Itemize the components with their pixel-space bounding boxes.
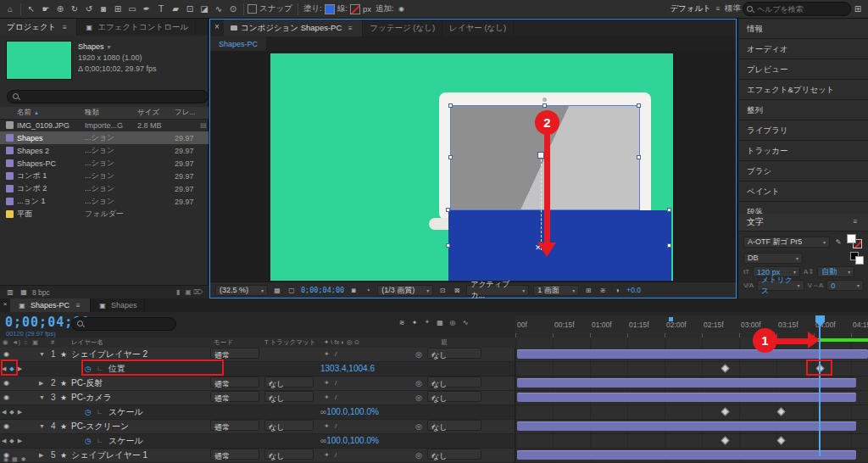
character-panel-header[interactable]: 文字 ≡ <box>738 214 868 232</box>
project-search[interactable] <box>7 90 209 103</box>
parent-select[interactable]: なし▾ <box>427 377 481 388</box>
layer-duration-bar[interactable] <box>517 349 868 359</box>
home-icon[interactable]: ⌂ <box>3 3 17 16</box>
layer-name[interactable]: PC-反射 <box>71 377 103 390</box>
panel-menu-icon[interactable]: ≡ <box>850 217 860 227</box>
motion-blur-toggle-icon[interactable]: ✱ <box>21 456 26 463</box>
quality-icon[interactable]: ≋ <box>397 317 407 327</box>
eraser-tool[interactable]: ◪ <box>198 3 211 16</box>
selection-handle[interactable] <box>448 103 453 108</box>
layer-track[interactable] <box>515 391 868 404</box>
tab-footage[interactable]: フッテージ (なし) <box>363 20 442 36</box>
view-layout-select[interactable]: 1 画面▾ <box>533 285 579 296</box>
mask-visibility-icon[interactable]: ▢ <box>287 285 297 295</box>
panel-menu-icon[interactable]: ≡ <box>345 23 355 33</box>
zoom-tool[interactable]: ⊕ <box>53 3 67 16</box>
trkmat-column-label[interactable]: T トラックマット <box>264 338 315 347</box>
mode-column-label[interactable]: モード <box>214 338 233 347</box>
keyframe-diamond[interactable] <box>721 437 729 445</box>
project-row[interactable]: IMG_0109.JPG Importe...G 2.8 MB ▤ <box>0 119 209 131</box>
property-track[interactable] <box>515 434 868 448</box>
layer-switches[interactable]: ✦ / <box>324 348 338 361</box>
selection-handle[interactable] <box>448 155 453 159</box>
panel-audio[interactable]: オーディオ <box>738 39 868 59</box>
comp-name[interactable]: Shapes <box>78 42 104 51</box>
region-of-interest-icon[interactable]: ⊡ <box>437 285 448 295</box>
motion-path-keyframe[interactable] <box>537 152 544 159</box>
frame-blend-icon[interactable]: ▦ <box>435 317 445 327</box>
graph-editor-icon[interactable]: ∿ <box>460 317 470 327</box>
shy-layers-icon[interactable]: ⌖ <box>422 317 432 327</box>
panel-menu-icon[interactable]: ≡ <box>73 300 83 310</box>
panel-align[interactable]: 整列 <box>738 100 868 120</box>
selection-handle[interactable] <box>637 103 641 108</box>
panel-brushes[interactable]: ブラシ <box>738 161 868 181</box>
project-row[interactable]: コンポ 1 ...ション 29.97 <box>0 170 209 182</box>
pickwhip-icon[interactable]: ◎ <box>415 391 422 404</box>
eye-toggle[interactable]: ◉ <box>3 391 9 404</box>
transparency-grid-icon[interactable]: ⊠ <box>452 285 462 295</box>
help-search-input[interactable] <box>743 2 851 16</box>
selection-handle[interactable] <box>446 208 450 212</box>
tab-effect-controls[interactable]: ▣ エフェクトコントロール <box>77 19 196 36</box>
keyframe-navigator[interactable]: ◀ ◆ ▶ <box>2 405 23 419</box>
parent-select[interactable]: なし▾ <box>427 420 481 431</box>
close-icon[interactable]: × <box>0 298 10 309</box>
mode-select[interactable]: 通常▾ <box>210 377 259 388</box>
viewer-stage[interactable]: ✕ <box>210 51 736 282</box>
draft-3d-icon[interactable]: ✦ <box>409 317 420 327</box>
keyframe-navigator[interactable]: ◀ ◆ ▶ <box>2 434 23 448</box>
exposure-icon[interactable]: ◑ <box>612 285 622 295</box>
tab-project[interactable]: プロジェクト ≡ <box>0 19 77 36</box>
panel-preview[interactable]: プレビュー <box>738 59 868 80</box>
parent-column-label[interactable]: 親 <box>441 338 448 347</box>
swap-fill-stroke-icon[interactable] <box>850 252 864 264</box>
motion-blur-icon[interactable]: ◎ <box>448 317 458 327</box>
puppet-tool[interactable]: ⊙ <box>226 3 240 16</box>
fill-color-swatch[interactable] <box>325 4 335 14</box>
project-row-selected[interactable]: Shapes ...ション 29.97 <box>0 131 209 144</box>
layer-switches[interactable]: ✦ / <box>324 377 338 390</box>
keyframe-diamond[interactable] <box>777 437 786 445</box>
snapshot-icon[interactable]: ◙ <box>348 285 359 295</box>
project-row[interactable]: Shapes 2 ...ション 29.97 <box>0 144 209 157</box>
timeline-tab-shapes-pc[interactable]: ▣ Shapes-PC ≡ <box>10 298 91 312</box>
interpret-footage-icon[interactable]: ▥ <box>5 287 15 298</box>
property-value[interactable]: 100.0,100.0% <box>326 434 379 448</box>
twirl-open-icon[interactable]: ▼ <box>39 391 45 404</box>
trash-icon[interactable]: ⌦ <box>193 287 203 298</box>
mode-select[interactable]: 通常▾ <box>210 348 259 359</box>
fill-swatch[interactable] <box>847 234 856 243</box>
eyedropper-icon[interactable]: ✎ <box>833 237 843 247</box>
selection-tool[interactable]: ↖ <box>25 3 38 16</box>
snap-checkbox[interactable] <box>248 4 257 14</box>
keyframe-diamond[interactable] <box>721 408 729 416</box>
magnification-select[interactable]: (32.5 %)▾ <box>215 285 268 296</box>
timeline-search[interactable] <box>71 317 176 331</box>
layer-name[interactable]: PC-スクリーン <box>71 420 129 433</box>
exposure-value[interactable]: +0.0 <box>626 286 641 294</box>
project-row[interactable]: ...ョン 1 ...ション 29.97 <box>0 195 209 208</box>
column-type[interactable]: 種類 <box>85 108 137 118</box>
pan-behind-tool[interactable]: ⊞ <box>111 3 125 16</box>
layer-name-column-label[interactable]: レイヤー名 <box>71 338 103 347</box>
add-shape-icon[interactable]: ◉ <box>397 4 407 14</box>
panel-paint[interactable]: ペイント <box>738 181 868 202</box>
layer-switches[interactable]: ✦ / <box>324 420 338 433</box>
column-name[interactable]: 名前 ▲ <box>0 108 85 118</box>
tracking-select[interactable]: 0▾ <box>826 280 864 291</box>
eye-toggle[interactable]: ◉ <box>3 420 9 433</box>
layer-duration-bar[interactable] <box>517 378 856 388</box>
selection-handle[interactable] <box>542 103 547 108</box>
camera-select[interactable]: アクティブカ...▾ <box>466 285 529 296</box>
trkmat-select[interactable]: なし▾ <box>264 391 314 402</box>
clone-stamp-tool[interactable]: ⊡ <box>183 3 197 16</box>
shy-toggle-icon[interactable]: ◉ <box>3 456 8 463</box>
stopwatch-icon[interactable]: ◷ <box>85 405 92 419</box>
selection-handle[interactable] <box>667 243 671 248</box>
lock-icon[interactable] <box>231 25 237 31</box>
mode-select[interactable]: 通常▾ <box>210 391 259 402</box>
pickwhip-icon[interactable]: ◎ <box>415 420 422 433</box>
new-folder-icon[interactable]: ▮ <box>173 287 183 298</box>
workspace-mode[interactable]: 標準 <box>725 3 741 14</box>
